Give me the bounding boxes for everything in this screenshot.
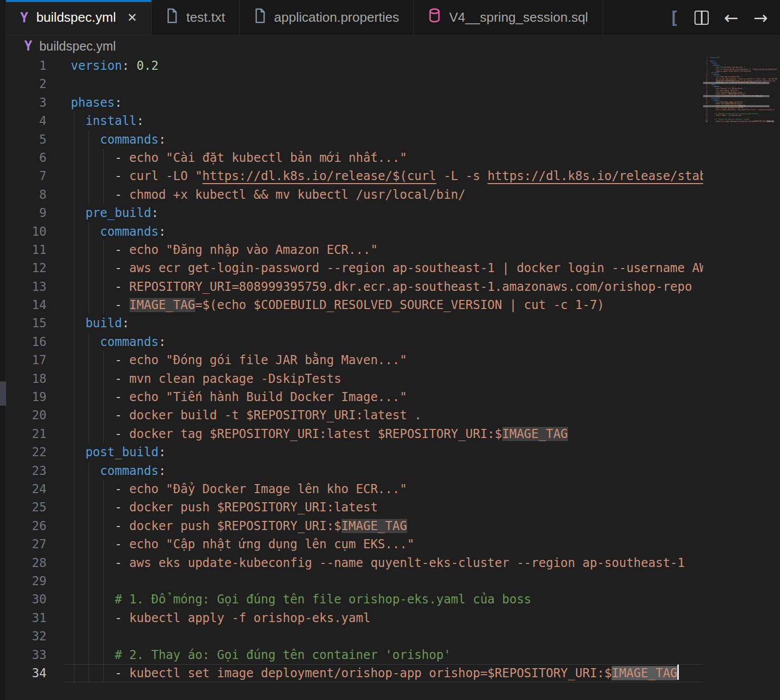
- tab-application.properties[interactable]: application.properties: [240, 0, 414, 35]
- code-token: commands: [71, 225, 158, 239]
- code-token: aws ecr get-login-password --region ap-s…: [129, 261, 703, 275]
- close-tab-icon[interactable]: ✕: [127, 11, 137, 25]
- file-icon: [166, 8, 178, 27]
- code-token: -: [710, 121, 716, 122]
- code-token: https://dl.k8s.io/release/$(curl: [202, 169, 436, 183]
- code-line[interactable]: 25 - docker push $REPOSITORY_URI:latest: [6, 498, 703, 516]
- code-line[interactable]: 4 install:: [6, 112, 703, 130]
- line-content: phases:: [71, 94, 122, 112]
- line-content: - echo "Đăng nhập vào Amazon ECR...": [71, 241, 378, 259]
- code-line[interactable]: 18 - mvn clean package -DskipTests: [6, 370, 703, 388]
- code-token: [71, 648, 115, 662]
- line-content: - kubectl set image deployment/orishop-a…: [710, 120, 773, 122]
- code-area[interactable]: 1version: 0.223phases:4 install:5 comman…: [6, 57, 703, 700]
- code-token: -: [71, 482, 129, 496]
- code-token: kubectl apply -f orishop-eks.yaml: [129, 611, 371, 625]
- code-token: aws eks update-kubeconfig --name quyenlt…: [129, 556, 685, 570]
- code-token: :: [158, 445, 165, 459]
- code-line[interactable]: 26 - docker push $REPOSITORY_URI:$IMAGE_…: [6, 517, 703, 535]
- line-number: 8: [6, 186, 47, 204]
- code-line[interactable]: 30 # 1. Đổ móng: Gọi đúng tên file orish…: [6, 590, 703, 608]
- line-number: 21: [6, 425, 47, 443]
- code-line[interactable]: 19 - echo "Tiến hành Build Docker Image.…: [6, 388, 703, 406]
- navigate-back-icon[interactable]: ←: [724, 8, 739, 28]
- code-token: -L -s: [436, 169, 487, 183]
- code-line[interactable]: 2: [6, 75, 703, 93]
- code-line[interactable]: 33 # 2. Thay áo: Gọi đúng tên container …: [6, 646, 703, 664]
- code-token: echo "Đăng nhập vào Amazon ECR...": [129, 243, 378, 257]
- line-content: pre_build:: [71, 204, 158, 222]
- code-line[interactable]: 10 commands:: [6, 223, 703, 241]
- code-line[interactable]: 29: [6, 572, 703, 590]
- code-line[interactable]: 5 commands:: [6, 130, 703, 149]
- line-number: 26: [6, 517, 47, 535]
- line-content: commands:: [71, 130, 166, 149]
- code-line[interactable]: 24 - echo "Đẩy Docker Image lên kho ECR.…: [6, 480, 703, 498]
- code-line[interactable]: 20 - docker build -t $REPOSITORY_URI:lat…: [6, 406, 703, 424]
- code-line[interactable]: 34 - kubectl set image deployment/orisho…: [6, 664, 703, 682]
- code-token: commands: [71, 133, 158, 147]
- code-token: echo "Tiến hành Build Docker Image...": [129, 390, 407, 404]
- code-token: docker tag $REPOSITORY_URI:latest $REPOS…: [129, 427, 502, 441]
- code-token: IMAGE_TAG: [341, 519, 407, 533]
- line-content: version: 0.2: [71, 57, 158, 75]
- code-line[interactable]: 11 - echo "Đăng nhập vào Amazon ECR...": [6, 241, 703, 259]
- code-line[interactable]: 9 pre_build:: [6, 204, 703, 222]
- code-line[interactable]: 22 post_build:: [6, 443, 703, 461]
- line-number: 33: [6, 646, 47, 664]
- line-number: 17: [6, 351, 47, 369]
- code-line[interactable]: 7 - curl -LO "https://dl.k8s.io/release/…: [6, 167, 703, 185]
- split-editor-icon[interactable]: [695, 11, 709, 25]
- code-line[interactable]: 12 - aws ecr get-login-password --region…: [6, 259, 703, 277]
- code-line[interactable]: 3phases:: [6, 94, 703, 112]
- line-number: 27: [6, 535, 47, 553]
- code-line[interactable]: 17 - echo "Đóng gói file JAR bằng Maven.…: [6, 351, 703, 369]
- code-token: IMAGE_TAG: [129, 298, 195, 312]
- navigate-forward-icon[interactable]: →: [754, 8, 768, 28]
- code-line[interactable]: 27 - echo "Cập nhật ứng dụng lên cụm EKS…: [6, 535, 703, 553]
- code-token: https://dl.k8s.io/release/stab: [488, 169, 703, 183]
- code-line[interactable]: 23 commands:: [6, 462, 703, 480]
- code-token: :: [137, 114, 144, 128]
- line-number: 29: [6, 572, 47, 590]
- line-content: build:: [71, 314, 129, 332]
- line-content: - docker push $REPOSITORY_URI:$IMAGE_TAG: [71, 517, 407, 535]
- code-line[interactable]: 14 - IMAGE_TAG=$(echo $CODEBUILD_RESOLVE…: [6, 296, 703, 314]
- code-line[interactable]: 32: [6, 627, 703, 645]
- code-token: :: [158, 335, 165, 349]
- code-line[interactable]: 6 - echo "Cài đặt kubectl bản mới nhất..…: [6, 149, 703, 167]
- code-token: -: [71, 280, 129, 294]
- line-number: 22: [6, 443, 47, 461]
- code-token: docker push $REPOSITORY_URI:latest: [129, 500, 378, 514]
- line-number: 18: [6, 370, 47, 388]
- code-line[interactable]: 16 commands:: [6, 333, 703, 351]
- code-token: [71, 592, 115, 606]
- line-number: 23: [6, 462, 47, 480]
- code-line[interactable]: 31 - kubectl apply -f orishop-eks.yaml: [6, 609, 703, 627]
- line-content: - echo "Tiến hành Build Docker Image...": [71, 388, 407, 406]
- code-line[interactable]: 28 - aws eks update-kubeconfig --name qu…: [6, 554, 703, 572]
- code-line[interactable]: 21 - docker tag $REPOSITORY_URI:latest $…: [6, 425, 703, 443]
- code-line[interactable]: 13 - REPOSITORY_URI=808999395759.dkr.ecr…: [6, 278, 703, 296]
- file-icon: [254, 8, 266, 27]
- bracket-icon[interactable]: [: [669, 8, 679, 28]
- code-token: echo "Đẩy Docker Image lên kho ECR...": [129, 482, 407, 496]
- tab-test.txt[interactable]: test.txt: [152, 0, 240, 35]
- breadcrumb[interactable]: Y buildspec.yml: [6, 35, 780, 57]
- code-line[interactable]: 1version: 0.2: [6, 57, 703, 75]
- indent-guide: [103, 627, 104, 645]
- line-number: 1: [6, 57, 47, 75]
- code-token: =$(echo $CODEBUILD_RESOLVED_SOURCE_VERSI…: [195, 298, 604, 312]
- line-content: commands:: [71, 462, 166, 480]
- code-editor[interactable]: 1version: 0.223phases:4 install:5 comman…: [6, 57, 780, 700]
- line-number: 34: [6, 664, 47, 682]
- line-number: 6: [6, 149, 47, 167]
- tab-buildspec.yml[interactable]: Ybuildspec.yml✕: [6, 0, 152, 35]
- line-content: - echo "Cập nhật ứng dụng lên cụm EKS...…: [71, 535, 414, 553]
- code-line[interactable]: 15 build:: [6, 314, 703, 332]
- code-line[interactable]: 8 - chmod +x kubectl && mv kubectl /usr/…: [6, 186, 703, 204]
- line-number: 19: [6, 388, 47, 406]
- code-token: commands: [71, 464, 158, 478]
- tab-V4__spring_session.sql[interactable]: V4__spring_session.sql: [414, 0, 603, 35]
- minimap[interactable]: 1version: 0.223phases:4 install:5 comman…: [703, 57, 780, 700]
